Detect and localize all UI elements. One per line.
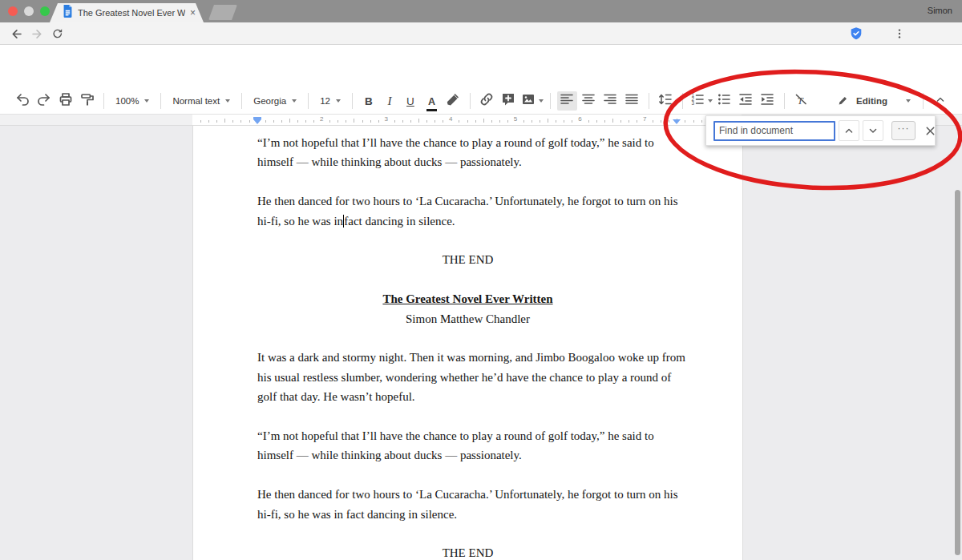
doc-line: his usual restless slumber, wondering wh… <box>257 368 678 387</box>
highlight-color-button[interactable] <box>443 91 463 111</box>
paragraph: He then danced for two hours to ‘La Cuca… <box>257 191 678 231</box>
docs-favicon <box>63 5 73 21</box>
justify-button[interactable] <box>622 91 642 111</box>
ruler-tick <box>338 120 338 123</box>
shield-extension-icon[interactable] <box>848 26 864 42</box>
tab-close-icon[interactable]: × <box>190 8 196 18</box>
forward-icon[interactable] <box>29 26 45 42</box>
chevron-down-icon <box>539 99 544 103</box>
left-indent-marker[interactable] <box>253 119 261 124</box>
ruler-tick <box>532 120 532 123</box>
link-icon <box>479 91 495 111</box>
underline-button[interactable]: U <box>401 91 420 111</box>
find-close-icon[interactable] <box>921 121 939 140</box>
find-more-options-button[interactable]: ··· <box>891 121 916 140</box>
font-select[interactable]: Georgia <box>248 91 302 111</box>
ruler-tick <box>402 120 403 123</box>
zoom-select[interactable]: 100% <box>110 91 155 111</box>
paragraph: The Greatest Novel Ever Written <box>257 289 678 308</box>
line-spacing-button[interactable] <box>656 91 676 111</box>
ruler-tick <box>540 120 540 123</box>
insert-comment-button[interactable] <box>499 91 519 111</box>
find-previous-button[interactable] <box>839 120 859 141</box>
zoom-window-button[interactable] <box>40 6 50 16</box>
tab-title: The Greatest Novel Ever Writte <box>78 8 185 18</box>
find-input[interactable] <box>713 121 835 141</box>
find-dialog: ··· <box>705 115 936 146</box>
new-tab-button[interactable] <box>208 5 237 20</box>
align-center-button[interactable] <box>579 91 599 111</box>
zoom-select-value: 100% <box>115 96 139 106</box>
increase-indent-button[interactable] <box>758 91 778 111</box>
paragraph: He then danced for two hours to ‘La Cuca… <box>257 485 678 524</box>
ruler-number: 6 <box>578 115 581 123</box>
find-next-button[interactable] <box>863 120 883 141</box>
minimize-window-button[interactable] <box>24 6 34 16</box>
align-right-button[interactable] <box>600 91 620 111</box>
ruler-tick <box>378 120 379 123</box>
paragraph: “I’m not hopeful that I’ll have the chan… <box>257 133 678 172</box>
profile-name[interactable]: Simon <box>928 6 952 15</box>
printer-icon <box>58 91 74 111</box>
ruler-tick <box>273 120 274 123</box>
ruler-tick <box>362 120 363 123</box>
styles-select[interactable]: Normal text <box>167 91 236 111</box>
doc-line: golf that day. He wasn’t hopeful. <box>257 387 678 406</box>
toolbar-collapse-button[interactable] <box>930 91 950 111</box>
ruler-tick <box>596 120 597 123</box>
browser-menu-icon[interactable] <box>891 26 907 42</box>
scrollbar-thumb[interactable] <box>955 190 960 555</box>
document-text[interactable]: “I’m not hopeful that I’ll have the chan… <box>257 133 678 560</box>
ruler-tick <box>483 119 484 123</box>
redo-button[interactable] <box>34 91 54 111</box>
ruler-tick <box>507 120 508 123</box>
numbered-list-button[interactable]: 123 <box>689 91 713 111</box>
browser-tab[interactable]: The Greatest Novel Ever Writte × <box>50 3 204 22</box>
clear-formatting-button[interactable]: T <box>791 91 811 111</box>
back-icon[interactable] <box>8 26 24 42</box>
bulleted-list-button[interactable] <box>714 91 734 111</box>
close-window-button[interactable] <box>8 6 18 16</box>
doc-line: The Greatest Novel Ever Written <box>257 289 678 308</box>
ruler-tick <box>629 120 629 123</box>
ruler-tick <box>232 120 233 123</box>
decrease-indent-button[interactable] <box>736 91 756 111</box>
line-spacing-icon <box>657 91 673 111</box>
ruler-number: 2 <box>320 115 323 123</box>
italic-button[interactable]: I <box>380 91 399 111</box>
insert-link-button[interactable] <box>477 91 497 111</box>
toolbar-divider <box>241 93 242 109</box>
ruler-tick <box>305 120 306 123</box>
ruler-tick <box>637 120 637 123</box>
ruler-tick <box>556 120 556 123</box>
reload-icon[interactable] <box>50 26 66 42</box>
ruler-tick <box>661 120 661 123</box>
font-select-value: Georgia <box>253 96 286 106</box>
ruler-tick <box>564 120 564 123</box>
redo-icon <box>36 91 52 111</box>
bold-button[interactable]: B <box>359 91 378 111</box>
align-left-button[interactable] <box>557 91 577 111</box>
paint-format-button[interactable] <box>77 91 97 111</box>
paragraph: “I’m not hopeful that I’ll have the chan… <box>257 426 678 465</box>
print-button[interactable] <box>55 91 75 111</box>
chevron-down-icon <box>292 99 297 103</box>
right-indent-marker[interactable] <box>673 119 681 124</box>
toolbar-divider <box>352 93 353 109</box>
paragraph: THE END <box>257 543 678 560</box>
styles-select-value: Normal text <box>172 96 220 106</box>
document-page[interactable]: “I’m not hopeful that I’ll have the chan… <box>192 126 743 560</box>
first-line-indent-marker[interactable] <box>253 117 261 119</box>
undo-button[interactable] <box>12 91 32 111</box>
insert-image-button[interactable] <box>520 91 544 111</box>
toolbar-divider <box>160 93 161 109</box>
toolbar-divider <box>550 93 551 109</box>
font-size-select[interactable]: 12 <box>314 91 346 111</box>
mode-label: Editing <box>856 96 887 106</box>
doc-line: himself — while thinking about ducks — p… <box>257 445 678 465</box>
docs-header: The Greatest Novel Ever Written ☆ FileEd… <box>0 45 962 88</box>
font-size-select-value: 12 <box>320 96 330 106</box>
editing-mode-button[interactable]: Editing <box>831 95 917 108</box>
browser-tab-strip: The Greatest Novel Ever Writte × Simon <box>0 0 962 22</box>
text-color-button[interactable]: A <box>422 91 442 111</box>
